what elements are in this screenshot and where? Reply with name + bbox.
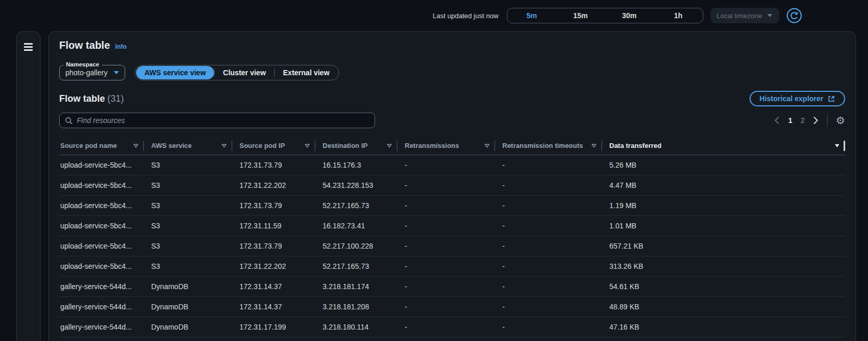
cell-aws-service: DynamoDB <box>144 317 232 337</box>
sort-desc-icon <box>834 144 840 148</box>
cell-source-pod-name: upload-service-5bc4... <box>59 236 144 256</box>
namespace-select[interactable]: Namespace photo-gallery <box>59 65 125 80</box>
page-1[interactable]: 1 <box>788 116 792 125</box>
settings-gear-button[interactable]: ⚙ <box>836 115 845 126</box>
column-resize-handle[interactable] <box>844 141 845 151</box>
search-icon <box>65 117 73 125</box>
column-label: Destination IP <box>323 142 368 149</box>
view-toggle-group: AWS service viewCluster viewExternal vie… <box>135 65 339 80</box>
cell-destination-ip: 52.217.165.73 <box>315 256 397 276</box>
view-tab-external-view[interactable]: External view <box>275 66 338 79</box>
cell-source-pod-name: upload-service-5bc4... <box>59 216 144 236</box>
controls-row: Namespace photo-gallery AWS service view… <box>59 65 845 80</box>
column-filter-icon <box>133 144 139 148</box>
search-input[interactable] <box>77 116 369 125</box>
time-range-15m[interactable]: 15m <box>556 8 605 23</box>
table-count: (31) <box>107 93 124 104</box>
time-range-5m[interactable]: 5m <box>508 8 556 23</box>
cell-source-pod-name: upload-service-5bc4... <box>59 196 144 215</box>
column-header-source-pod-ip[interactable]: Source pod IP <box>232 137 315 155</box>
cell-source-pod-name: gallery-service-544d... <box>59 277 144 296</box>
cell-aws-service: S3 <box>144 196 232 215</box>
cell-aws-service: S3 <box>144 216 232 236</box>
top-bar: Last updated just now 5m15m30m1h Local t… <box>0 0 868 31</box>
cell-destination-ip: 16.182.73.41 <box>315 216 397 236</box>
column-filter-icon <box>221 144 227 148</box>
cell-destination-ip: 3.218.181.174 <box>315 277 397 296</box>
pagination: 12 ⚙ <box>774 114 845 127</box>
table-toolbar: 12 ⚙ <box>59 113 845 128</box>
column-label: Data transferred <box>609 142 661 149</box>
historical-explorer-button[interactable]: Historical explorer <box>750 91 845 106</box>
cell-source-pod-ip: 172.31.14.37 <box>232 277 315 296</box>
table-row: gallery-service-544d...DynamoDB172.31.14… <box>59 277 845 297</box>
cell-retransmissions: - <box>397 297 495 317</box>
cell-destination-ip: 54.231.228.153 <box>315 175 397 195</box>
menu-icon <box>24 43 33 45</box>
refresh-button[interactable] <box>786 8 802 23</box>
time-range-30m[interactable]: 30m <box>605 8 654 23</box>
flow-table: Source pod nameAWS serviceSource pod IPD… <box>59 137 845 337</box>
cell-retransmissions: - <box>397 155 495 175</box>
cell-retransmissions: - <box>397 216 495 236</box>
next-page-button[interactable] <box>813 116 819 125</box>
cell-retransmission-timeouts: - <box>495 155 602 175</box>
cell-destination-ip: 16.15.176.3 <box>315 155 397 175</box>
toolbar-divider <box>827 114 827 127</box>
table-row: gallery-service-544d...DynamoDB172.31.14… <box>59 297 845 317</box>
timezone-select[interactable]: Local timezone <box>711 8 779 23</box>
cell-aws-service: S3 <box>144 175 232 195</box>
content-area: Flow table Info Namespace photo-gallery … <box>0 31 868 341</box>
column-filter-icon <box>484 144 490 148</box>
table-section-header: Flow table (31) Historical explorer <box>59 91 845 106</box>
column-filter-icon <box>386 144 392 148</box>
column-header-aws-service[interactable]: AWS service <box>144 137 232 155</box>
cell-source-pod-ip: 172.31.73.79 <box>232 236 315 256</box>
column-header-destination-ip[interactable]: Destination IP <box>315 137 397 155</box>
column-label: Source pod name <box>60 142 117 149</box>
column-label: Retransmission timeouts <box>502 142 583 149</box>
cell-destination-ip: 52.217.100.228 <box>315 236 397 256</box>
cell-retransmissions: - <box>397 236 495 256</box>
cell-data-transferred: 4.47 MB <box>602 175 845 195</box>
chevron-down-icon <box>767 13 773 18</box>
cell-source-pod-ip: 172.31.11.59 <box>232 216 315 236</box>
cell-source-pod-name: gallery-service-544d... <box>59 297 144 317</box>
page-next-icon <box>813 116 819 125</box>
cell-source-pod-ip: 172.31.22.202 <box>232 256 315 276</box>
cell-data-transferred: 657.21 KB <box>602 236 845 256</box>
column-header-source-pod-name[interactable]: Source pod name <box>59 137 144 155</box>
cell-retransmission-timeouts: - <box>495 277 602 296</box>
timezone-label: Local timezone <box>717 12 762 20</box>
column-filter-icon <box>591 144 597 148</box>
page-2[interactable]: 2 <box>800 116 805 125</box>
cell-source-pod-name: gallery-service-544d... <box>59 317 144 337</box>
table-title: Flow table <box>59 93 105 104</box>
namespace-value: photo-gallery <box>65 69 108 77</box>
cell-retransmission-timeouts: - <box>495 256 602 276</box>
cell-aws-service: DynamoDB <box>144 297 232 317</box>
cell-source-pod-name: upload-service-5bc4... <box>59 256 144 276</box>
info-link[interactable]: Info <box>115 43 127 50</box>
table-row: upload-service-5bc4...S3172.31.11.5916.1… <box>59 216 845 236</box>
table-row: upload-service-5bc4...S3172.31.22.20254.… <box>59 175 845 196</box>
view-tab-cluster-view[interactable]: Cluster view <box>215 66 274 79</box>
menu-button[interactable] <box>24 43 33 341</box>
column-header-data-transferred[interactable]: Data transferred <box>602 137 845 155</box>
cell-destination-ip: 52.217.165.73 <box>315 196 397 215</box>
search-box <box>59 113 375 128</box>
column-header-retransmission-timeouts[interactable]: Retransmission timeouts <box>495 137 602 155</box>
cell-source-pod-ip: 172.31.17.199 <box>232 317 315 337</box>
table-row: upload-service-5bc4...S3172.31.22.20252.… <box>59 256 845 277</box>
cell-retransmissions: - <box>397 256 495 276</box>
page-prev-icon <box>774 116 780 125</box>
column-header-retransmissions[interactable]: Retransmissions <box>397 137 495 155</box>
namespace-label: Namespace <box>63 61 102 68</box>
view-tab-aws-service-view[interactable]: AWS service view <box>136 66 214 79</box>
cell-data-transferred: 47.16 KB <box>602 317 845 337</box>
time-range-1h[interactable]: 1h <box>654 8 703 23</box>
cell-data-transferred: 48.89 KB <box>602 297 845 317</box>
cell-aws-service: S3 <box>144 256 232 276</box>
previous-page-button[interactable] <box>774 116 780 125</box>
column-label: Retransmissions <box>405 142 459 149</box>
